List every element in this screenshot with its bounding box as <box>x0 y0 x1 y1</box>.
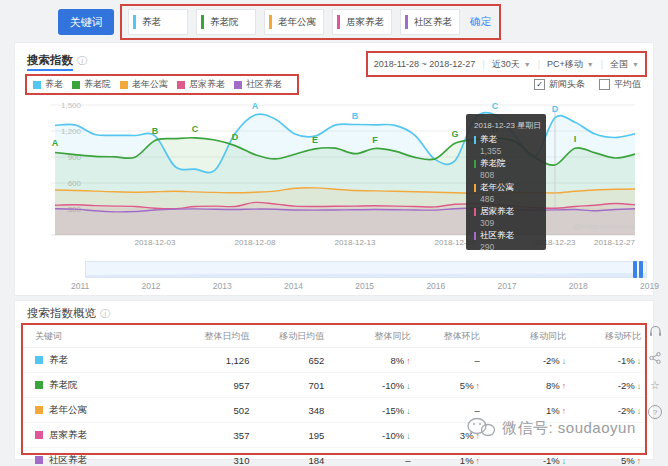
value-cell: – <box>415 348 484 373</box>
legend-swatch <box>120 81 128 89</box>
tooltip-item-1: 养老1,355 <box>474 134 538 156</box>
keyword-label: 居家养老 <box>346 16 384 29</box>
column-header: 整体环比 <box>415 325 484 348</box>
chart-checkboxes: ✓新闻头条平均值 <box>520 78 641 91</box>
down-arrow-icon: ↓ <box>562 356 566 366</box>
value-cell: 357 <box>173 423 254 448</box>
news-marker-B: B <box>152 126 159 136</box>
keyword-color-bar <box>269 15 272 29</box>
checkbox-icon <box>599 79 610 90</box>
keyword-swatch <box>35 431 43 439</box>
keyword-cell: 养老 <box>23 348 173 373</box>
confirm-link[interactable]: 确定 <box>470 15 491 29</box>
column-header: 移动同比 <box>484 325 570 348</box>
value-cell: -2%↓ <box>484 348 570 373</box>
keyword-label: 养老 <box>142 16 161 29</box>
news-marker-A: A <box>252 101 259 111</box>
keyword-cell: 社区养老 <box>23 448 173 466</box>
table-row: 养老1,1266528%↑–-2%↓-1%↓ <box>23 348 645 373</box>
share-icon[interactable] <box>649 351 661 365</box>
help-icon[interactable]: ? <box>648 405 662 419</box>
svg-text:2018-12-13: 2018-12-13 <box>335 238 376 247</box>
keyword-label: 社区养老 <box>414 16 452 29</box>
tooltip-item-2: 养老院808 <box>474 158 538 180</box>
news-marker-G: G <box>451 129 458 139</box>
headset-icon[interactable] <box>649 324 662 338</box>
divider: | <box>538 59 540 69</box>
keyword-label: 养老院 <box>210 16 239 29</box>
legend-swatch <box>234 81 242 89</box>
legend-swatch <box>177 81 185 89</box>
checkbox-1[interactable]: ✓新闻头条 <box>534 78 585 91</box>
legend-label: 老年公寓 <box>132 78 168 91</box>
legend-item-4[interactable]: 居家养老 <box>177 78 225 91</box>
keyword-chip-5[interactable]: 社区养老 <box>400 9 460 35</box>
value-cell: 701 <box>253 373 328 398</box>
section-title-overview: 搜索指数概览 ⓘ <box>27 306 110 321</box>
column-header: 移动日均值 <box>253 325 328 348</box>
device-dropdown[interactable]: PC+移动▼ <box>547 58 594 71</box>
keyword-swatch <box>35 381 43 389</box>
news-marker-E: E <box>312 135 318 145</box>
down-arrow-icon: ↓ <box>637 406 641 416</box>
line-chart-canvas[interactable]: 3006009001,2001,500ABCDABCDEFGHI2018-12-… <box>25 97 645 247</box>
keyword-button[interactable]: 关键词 <box>58 9 114 35</box>
year-label: 2014 <box>284 281 303 291</box>
checkbox-2[interactable]: 平均值 <box>599 78 641 91</box>
column-header: 移动环比 <box>570 325 645 348</box>
chart-controls: 2018-11-28 ~ 2018-12-27 | 近30天▼ | PC+移动▼… <box>366 51 647 77</box>
news-marker-C: C <box>192 124 199 134</box>
range-dropdown[interactable]: 近30天▼ <box>492 58 531 71</box>
overview-table: 关键词整体日均值移动日均值整体同比整体环比移动同比移动环比 养老1,126652… <box>23 325 645 466</box>
value-cell: – <box>328 448 414 466</box>
news-marker-F: F <box>372 135 378 145</box>
date-range[interactable]: 2018-11-28 ~ 2018-12-27 <box>374 59 476 69</box>
legend-item-1[interactable]: 养老 <box>33 78 63 91</box>
legend-item-3[interactable]: 老年公寓 <box>120 78 168 91</box>
keyword-chip-1[interactable]: 养老 <box>128 9 188 35</box>
chart-legend: 养老养老院老年公寓居家养老社区养老 <box>25 74 299 95</box>
value-cell: 957 <box>173 373 254 398</box>
year-label: 2019 <box>640 281 659 291</box>
tooltip-item-4: 居家养老309 <box>474 206 538 228</box>
legend-label: 社区养老 <box>246 78 282 91</box>
slider-handle-left[interactable] <box>633 261 637 278</box>
legend-label: 居家养老 <box>189 78 225 91</box>
keyword-cell: 老年公寓 <box>23 398 173 423</box>
legend-item-5[interactable]: 社区养老 <box>234 78 282 91</box>
timeline-slider[interactable] <box>85 261 647 278</box>
news-marker-B: B <box>352 111 359 121</box>
value-cell: -15%↓ <box>328 398 414 423</box>
value-cell: -10%↓ <box>328 423 414 448</box>
keyword-chip-4[interactable]: 居家养老 <box>332 9 392 35</box>
news-marker-C: C <box>492 101 499 111</box>
slider-handle-right[interactable] <box>639 261 643 278</box>
info-icon: ⓘ <box>77 54 87 68</box>
news-marker-I: I <box>574 134 577 144</box>
star-icon[interactable]: ☆ <box>650 378 660 392</box>
table-row: 养老院957701-10%↓5%↑8%↑-2%↓ <box>23 373 645 398</box>
slider-minimap <box>86 262 646 277</box>
down-arrow-icon: ↓ <box>637 356 641 366</box>
down-arrow-icon: ↓ <box>637 381 641 391</box>
keyword-color-bar <box>405 15 408 29</box>
down-arrow-icon: ↓ <box>562 456 566 466</box>
keyword-label: 老年公寓 <box>278 16 316 29</box>
up-arrow-icon: ↑ <box>406 356 410 366</box>
svg-text:2018-12-27: 2018-12-27 <box>594 238 635 247</box>
keyword-chip-3[interactable]: 老年公寓 <box>264 9 324 35</box>
legend-item-2[interactable]: 养老院 <box>72 78 111 91</box>
column-header: 关键词 <box>23 325 173 348</box>
year-label: 2011 <box>71 281 89 291</box>
value-cell: 1%↑ <box>415 448 484 466</box>
value-cell: 8%↑ <box>484 373 570 398</box>
keyword-chip-group: 养老养老院老年公寓居家养老社区养老确定 <box>120 4 501 40</box>
keyword-chip-2[interactable]: 养老院 <box>196 9 256 35</box>
region-dropdown[interactable]: 全国▼ <box>610 58 639 71</box>
trend-chart: 3006009001,2001,500ABCDABCDEFGHI2018-12-… <box>25 97 645 247</box>
value-cell: 184 <box>253 448 328 466</box>
value-cell: 1,126 <box>173 348 254 373</box>
value-cell: 5%↑ <box>570 448 645 466</box>
overview-title: 搜索指数概览 <box>27 306 96 321</box>
up-arrow-icon: ↑ <box>476 456 480 466</box>
